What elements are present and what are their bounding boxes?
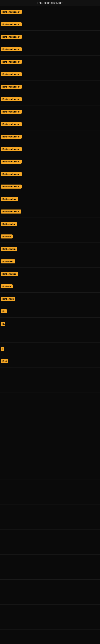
list-item	[0, 604, 100, 617]
list-item: Bottleneck result	[0, 6, 100, 18]
list-item: Bottleneck result	[0, 118, 100, 130]
list-item	[0, 505, 100, 517]
list-item: Bottleneck result	[0, 18, 100, 30]
list-item: Bottleneck result	[0, 130, 100, 143]
list-item: Bottleneck	[0, 292, 100, 305]
list-item: Bottleneck result	[0, 93, 100, 106]
bottleneck-badge[interactable]: Bottleneck result	[1, 110, 22, 114]
list-item: Bottleneck	[0, 255, 100, 268]
bottleneck-badge[interactable]: Bottleneck result	[1, 60, 22, 64]
bottleneck-badge[interactable]: Bottleneck	[1, 297, 15, 301]
bottleneck-badge[interactable]: Bottleneck result	[1, 35, 22, 39]
bottleneck-badge[interactable]: Bott	[1, 359, 8, 363]
bottleneck-badge[interactable]: Bottlene	[1, 234, 13, 238]
list-item	[0, 442, 100, 455]
list-item	[0, 368, 100, 380]
list-item: Bottleneck result	[0, 80, 100, 93]
bottleneck-badge[interactable]: Bottleneck result	[1, 122, 22, 126]
list-item: Bott	[0, 355, 100, 368]
list-item	[0, 467, 100, 480]
bottleneck-badge[interactable]: Bottleneck result	[1, 10, 22, 14]
list-item: Bottleneck result	[0, 106, 100, 118]
bottleneck-badge[interactable]: Bo	[1, 309, 7, 313]
list-item: Bottleneck n	[0, 243, 100, 255]
bottleneck-badge[interactable]: Bottleneck	[1, 260, 15, 264]
list-item: Bottleneck result	[0, 30, 100, 43]
list-item: Bottleneck r	[0, 218, 100, 230]
bottleneck-badge[interactable]: Bottleneck re	[1, 197, 18, 201]
bottleneck-badge[interactable]: Bottleneck result	[1, 184, 22, 188]
list-item: Bottleneck result	[0, 43, 100, 56]
bottleneck-badge[interactable]: Bottleneck result	[1, 147, 22, 151]
list-item	[0, 530, 100, 542]
list-item: Bottleneck resul	[0, 205, 100, 218]
list-item: B	[0, 318, 100, 330]
bottleneck-badge[interactable]: Bottleneck result	[1, 85, 22, 89]
list-item: Bottleneck re	[0, 268, 100, 280]
list-item: Bottlene	[0, 280, 100, 292]
list-item	[0, 392, 100, 405]
list-item: Bottleneck result	[0, 68, 100, 80]
list-item	[0, 517, 100, 530]
list-item	[0, 542, 100, 555]
list-item: Bottlene	[0, 230, 100, 243]
page-title: TheBottlenecker.com	[0, 0, 100, 6]
list-item: Bottleneck re	[0, 193, 100, 205]
list-item	[0, 480, 100, 492]
list-item	[0, 580, 100, 592]
bottleneck-badge[interactable]: B	[1, 322, 5, 326]
bottleneck-badge[interactable]: F	[1, 347, 4, 351]
list-item: Bottleneck result	[0, 155, 100, 168]
list-item: Bottleneck result	[0, 180, 100, 193]
bottleneck-badge[interactable]: Bottleneck result	[1, 160, 22, 164]
list-item: F	[0, 342, 100, 355]
list-item	[0, 567, 100, 580]
bottleneck-badge[interactable]: Bottleneck result	[1, 135, 22, 139]
list-item	[0, 430, 100, 442]
list-item	[0, 380, 100, 392]
bottleneck-badge[interactable]: Bottleneck re	[1, 272, 18, 276]
list-item	[0, 418, 100, 430]
list-item: Bo	[0, 305, 100, 318]
list-item	[0, 555, 100, 567]
list-item	[0, 617, 100, 630]
bottleneck-badge[interactable]: Bottleneck result	[1, 172, 22, 176]
bottleneck-badge[interactable]: Bottleneck r	[1, 222, 17, 226]
bottleneck-badge[interactable]: Bottleneck resul	[1, 210, 21, 214]
bottleneck-badge[interactable]: Bottleneck result	[1, 97, 22, 101]
bottleneck-badge[interactable]: Bottleneck result	[1, 72, 22, 76]
list-item: Bottleneck result	[0, 168, 100, 180]
list-item	[0, 455, 100, 467]
list-item	[0, 330, 100, 342]
list-item	[0, 492, 100, 505]
list-item	[0, 405, 100, 418]
list-item	[0, 592, 100, 604]
bottleneck-badge[interactable]: Bottleneck n	[1, 247, 17, 251]
bottleneck-badge[interactable]: Bottlene	[1, 284, 13, 288]
bottleneck-badge[interactable]: Bottleneck result	[1, 47, 22, 51]
list-item: Bottleneck result	[0, 56, 100, 68]
bottleneck-badge[interactable]: Bottleneck result	[1, 22, 22, 26]
list-item: Bottleneck result	[0, 143, 100, 155]
